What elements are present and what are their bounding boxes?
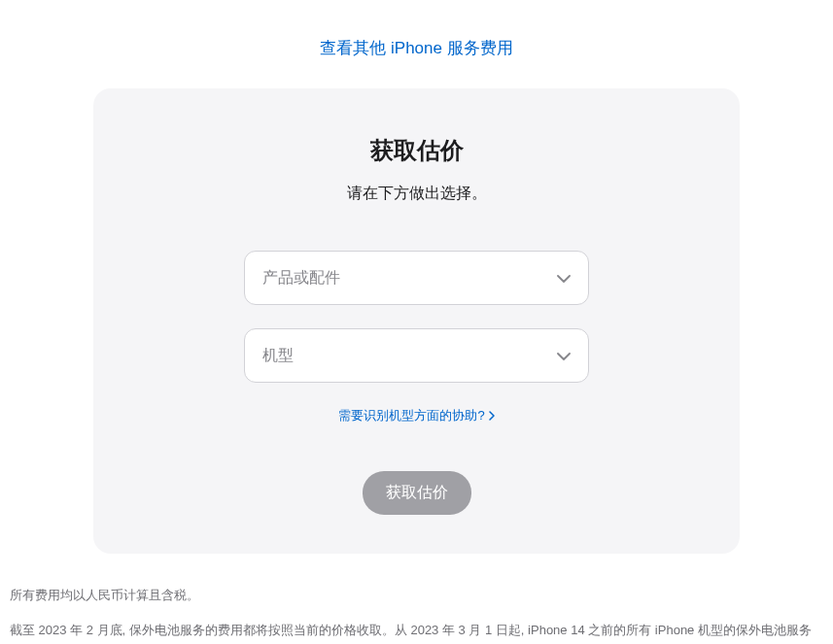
model-select-placeholder: 机型 [262,346,294,366]
submit-row: 获取估价 [132,471,701,515]
help-identify-link[interactable]: 需要识别机型方面的协助? [338,407,494,424]
model-select-wrapper: 机型 [244,328,589,383]
product-select[interactable]: 产品或配件 [244,251,589,305]
product-select-placeholder: 产品或配件 [262,268,340,288]
other-services-link[interactable]: 查看其他 iPhone 服务费用 [320,39,512,57]
chevron-right-icon [489,409,495,424]
estimate-card: 获取估价 请在下方做出选择。 产品或配件 机型 需要识别机型方面的协助? 获取估… [93,88,740,554]
footer-line2-text: 截至 2023 年 2 月底, 保外电池服务的费用都将按照当前的价格收取。从 2… [10,623,812,637]
get-estimate-button[interactable]: 获取估价 [363,471,471,515]
card-title: 获取估价 [132,135,701,166]
footer-line1: 所有费用均以人民币计算且含税。 [10,581,823,610]
chevron-down-icon [557,269,571,287]
footer-notes: 所有费用均以人民币计算且含税。 截至 2023 年 2 月底, 保外电池服务的费… [0,554,833,644]
chevron-down-icon [557,347,571,364]
product-select-wrapper: 产品或配件 [244,251,589,305]
help-link-label: 需要识别机型方面的协助? [338,407,484,424]
top-link-container: 查看其他 iPhone 服务费用 [0,0,833,88]
footer-line2: 截至 2023 年 2 月底, 保外电池服务的费用都将按照当前的价格收取。从 2… [10,616,823,644]
card-subtitle: 请在下方做出选择。 [132,184,701,204]
model-select[interactable]: 机型 [244,328,589,383]
